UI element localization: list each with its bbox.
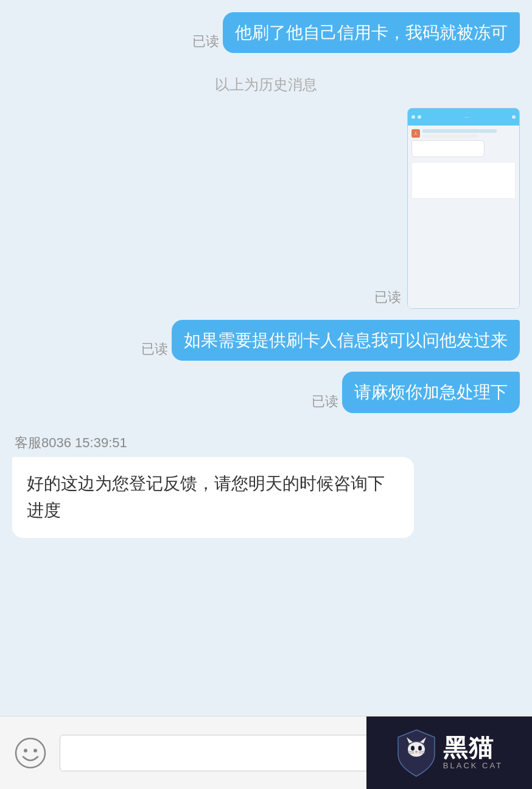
bubble-3: 如果需要提供刷卡人信息我可以问他发过来 bbox=[172, 320, 520, 361]
service-sender: 客服8036 bbox=[15, 435, 71, 450]
message-row-3: 已读 如果需要提供刷卡人信息我可以问他发过来 bbox=[12, 320, 520, 361]
message-row-1: 已读 他刷了他自己信用卡，我码就被冻可 bbox=[12, 12, 520, 53]
phone-dot-2 bbox=[418, 115, 421, 119]
svg-point-0 bbox=[16, 738, 45, 768]
read-label-4: 已读 bbox=[312, 392, 338, 411]
phone-top-bar: ··· bbox=[408, 108, 519, 126]
bubble-1: 他刷了他自己信用卡，我码就被冻可 bbox=[223, 12, 520, 53]
message-row-service: 客服8036 15:39:51 好的这边为您登记反馈，请您明天的时候咨询下进度 bbox=[12, 424, 520, 545]
svg-point-2 bbox=[33, 749, 37, 752]
svg-point-1 bbox=[24, 749, 27, 752]
phone-avatar: 人 bbox=[411, 129, 420, 138]
svg-point-12 bbox=[415, 751, 418, 752]
phone-dot-3 bbox=[512, 115, 516, 119]
phone-dot-1 bbox=[411, 115, 415, 119]
history-divider: 以上为历史消息 bbox=[12, 75, 520, 94]
service-timestamp: 客服8036 15:39:51 bbox=[12, 434, 520, 452]
message-row-4: 已读 请麻烦你加急处理下 bbox=[12, 372, 520, 412]
svg-point-10 bbox=[411, 746, 415, 751]
blackcat-shield-icon bbox=[396, 729, 437, 777]
image-message[interactable]: ··· 人 bbox=[407, 108, 520, 309]
phone-content: 人 bbox=[408, 126, 519, 308]
read-label-3: 已读 bbox=[141, 340, 168, 358]
blackcat-chinese: 黑猫 bbox=[443, 735, 494, 760]
blackcat-english: BLACK CAT bbox=[443, 761, 503, 770]
service-time: 15:39:51 bbox=[75, 435, 127, 450]
blackcat-text: 黑猫 BLACK CAT bbox=[443, 735, 503, 770]
svg-point-11 bbox=[418, 746, 422, 751]
bubble-4: 请麻烦你加急处理下 bbox=[342, 372, 520, 412]
phone-recv-bubble bbox=[411, 140, 485, 157]
phone-avatar-icon: 人 bbox=[414, 131, 418, 136]
message-row-image: 已读 ··· 人 bbox=[12, 108, 520, 309]
read-label-img: 已读 bbox=[374, 288, 401, 306]
blackcat-watermark: 黑猫 BLACK CAT bbox=[366, 716, 532, 789]
svg-point-7 bbox=[408, 742, 425, 757]
emoji-button[interactable] bbox=[12, 735, 49, 771]
phone-avatar-row: 人 bbox=[411, 129, 516, 138]
chat-area: 已读 他刷了他自己信用卡，我码就被冻可 以上为历史消息 已读 ··· 人 bbox=[0, 0, 532, 716]
service-bubble: 好的这边为您登记反馈，请您明天的时候咨询下进度 bbox=[12, 457, 414, 539]
emoji-icon bbox=[15, 737, 46, 769]
read-label-1: 已读 bbox=[192, 32, 219, 51]
phone-screen: ··· 人 bbox=[408, 108, 519, 308]
phone-top-text: ··· bbox=[424, 114, 509, 120]
